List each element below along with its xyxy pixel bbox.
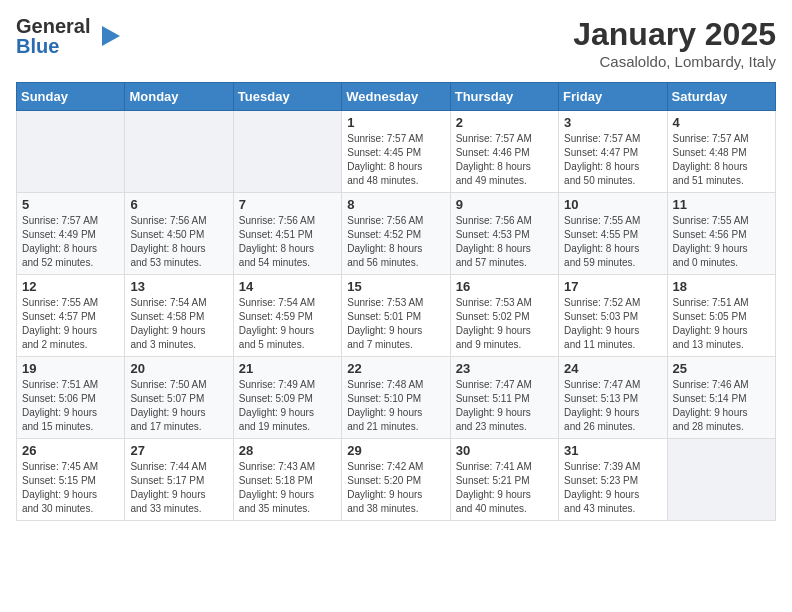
svg-marker-0 xyxy=(102,26,120,46)
weekday-header-sunday: Sunday xyxy=(17,83,125,111)
calendar-cell: 22Sunrise: 7:48 AMSunset: 5:10 PMDayligh… xyxy=(342,357,450,439)
weekday-header-tuesday: Tuesday xyxy=(233,83,341,111)
day-info: Sunrise: 7:56 AMSunset: 4:50 PMDaylight:… xyxy=(130,214,227,270)
day-number: 12 xyxy=(22,279,119,294)
day-number: 7 xyxy=(239,197,336,212)
calendar-cell: 12Sunrise: 7:55 AMSunset: 4:57 PMDayligh… xyxy=(17,275,125,357)
day-info: Sunrise: 7:57 AMSunset: 4:46 PMDaylight:… xyxy=(456,132,553,188)
calendar-week-4: 19Sunrise: 7:51 AMSunset: 5:06 PMDayligh… xyxy=(17,357,776,439)
calendar-cell xyxy=(125,111,233,193)
day-number: 30 xyxy=(456,443,553,458)
calendar-cell: 5Sunrise: 7:57 AMSunset: 4:49 PMDaylight… xyxy=(17,193,125,275)
day-number: 5 xyxy=(22,197,119,212)
calendar-week-2: 5Sunrise: 7:57 AMSunset: 4:49 PMDaylight… xyxy=(17,193,776,275)
day-info: Sunrise: 7:42 AMSunset: 5:20 PMDaylight:… xyxy=(347,460,444,516)
weekday-header-row: SundayMondayTuesdayWednesdayThursdayFrid… xyxy=(17,83,776,111)
calendar-week-3: 12Sunrise: 7:55 AMSunset: 4:57 PMDayligh… xyxy=(17,275,776,357)
day-info: Sunrise: 7:50 AMSunset: 5:07 PMDaylight:… xyxy=(130,378,227,434)
calendar-cell: 15Sunrise: 7:53 AMSunset: 5:01 PMDayligh… xyxy=(342,275,450,357)
calendar-cell xyxy=(17,111,125,193)
calendar-cell: 24Sunrise: 7:47 AMSunset: 5:13 PMDayligh… xyxy=(559,357,667,439)
day-number: 2 xyxy=(456,115,553,130)
day-info: Sunrise: 7:44 AMSunset: 5:17 PMDaylight:… xyxy=(130,460,227,516)
day-number: 8 xyxy=(347,197,444,212)
day-number: 24 xyxy=(564,361,661,376)
day-info: Sunrise: 7:48 AMSunset: 5:10 PMDaylight:… xyxy=(347,378,444,434)
day-number: 31 xyxy=(564,443,661,458)
calendar-cell: 23Sunrise: 7:47 AMSunset: 5:11 PMDayligh… xyxy=(450,357,558,439)
calendar-cell: 11Sunrise: 7:55 AMSunset: 4:56 PMDayligh… xyxy=(667,193,775,275)
day-info: Sunrise: 7:47 AMSunset: 5:13 PMDaylight:… xyxy=(564,378,661,434)
day-info: Sunrise: 7:45 AMSunset: 5:15 PMDaylight:… xyxy=(22,460,119,516)
calendar-cell: 27Sunrise: 7:44 AMSunset: 5:17 PMDayligh… xyxy=(125,439,233,521)
logo-blue: Blue xyxy=(16,36,90,56)
logo: General Blue xyxy=(16,16,120,56)
day-number: 18 xyxy=(673,279,770,294)
day-number: 23 xyxy=(456,361,553,376)
day-info: Sunrise: 7:56 AMSunset: 4:53 PMDaylight:… xyxy=(456,214,553,270)
calendar-cell xyxy=(233,111,341,193)
weekday-header-friday: Friday xyxy=(559,83,667,111)
day-number: 26 xyxy=(22,443,119,458)
calendar-cell: 29Sunrise: 7:42 AMSunset: 5:20 PMDayligh… xyxy=(342,439,450,521)
calendar-cell: 3Sunrise: 7:57 AMSunset: 4:47 PMDaylight… xyxy=(559,111,667,193)
calendar-cell: 18Sunrise: 7:51 AMSunset: 5:05 PMDayligh… xyxy=(667,275,775,357)
day-info: Sunrise: 7:49 AMSunset: 5:09 PMDaylight:… xyxy=(239,378,336,434)
day-info: Sunrise: 7:39 AMSunset: 5:23 PMDaylight:… xyxy=(564,460,661,516)
calendar-cell: 17Sunrise: 7:52 AMSunset: 5:03 PMDayligh… xyxy=(559,275,667,357)
day-info: Sunrise: 7:52 AMSunset: 5:03 PMDaylight:… xyxy=(564,296,661,352)
calendar-cell: 9Sunrise: 7:56 AMSunset: 4:53 PMDaylight… xyxy=(450,193,558,275)
day-info: Sunrise: 7:55 AMSunset: 4:56 PMDaylight:… xyxy=(673,214,770,270)
day-number: 19 xyxy=(22,361,119,376)
calendar-cell: 10Sunrise: 7:55 AMSunset: 4:55 PMDayligh… xyxy=(559,193,667,275)
weekday-header-thursday: Thursday xyxy=(450,83,558,111)
calendar-cell: 30Sunrise: 7:41 AMSunset: 5:21 PMDayligh… xyxy=(450,439,558,521)
title-block: January 2025 Casaloldo, Lombardy, Italy xyxy=(573,16,776,70)
calendar-cell: 28Sunrise: 7:43 AMSunset: 5:18 PMDayligh… xyxy=(233,439,341,521)
day-info: Sunrise: 7:41 AMSunset: 5:21 PMDaylight:… xyxy=(456,460,553,516)
day-info: Sunrise: 7:56 AMSunset: 4:51 PMDaylight:… xyxy=(239,214,336,270)
day-info: Sunrise: 7:46 AMSunset: 5:14 PMDaylight:… xyxy=(673,378,770,434)
calendar-table: SundayMondayTuesdayWednesdayThursdayFrid… xyxy=(16,82,776,521)
day-info: Sunrise: 7:53 AMSunset: 5:02 PMDaylight:… xyxy=(456,296,553,352)
day-number: 16 xyxy=(456,279,553,294)
calendar-cell: 21Sunrise: 7:49 AMSunset: 5:09 PMDayligh… xyxy=(233,357,341,439)
month-title: January 2025 xyxy=(573,16,776,53)
day-number: 25 xyxy=(673,361,770,376)
day-info: Sunrise: 7:57 AMSunset: 4:48 PMDaylight:… xyxy=(673,132,770,188)
day-number: 21 xyxy=(239,361,336,376)
weekday-header-saturday: Saturday xyxy=(667,83,775,111)
day-number: 17 xyxy=(564,279,661,294)
calendar-cell: 25Sunrise: 7:46 AMSunset: 5:14 PMDayligh… xyxy=(667,357,775,439)
day-number: 9 xyxy=(456,197,553,212)
calendar-cell: 14Sunrise: 7:54 AMSunset: 4:59 PMDayligh… xyxy=(233,275,341,357)
day-number: 10 xyxy=(564,197,661,212)
day-number: 11 xyxy=(673,197,770,212)
day-number: 29 xyxy=(347,443,444,458)
calendar-cell: 4Sunrise: 7:57 AMSunset: 4:48 PMDaylight… xyxy=(667,111,775,193)
calendar-cell: 19Sunrise: 7:51 AMSunset: 5:06 PMDayligh… xyxy=(17,357,125,439)
calendar-cell: 8Sunrise: 7:56 AMSunset: 4:52 PMDaylight… xyxy=(342,193,450,275)
day-info: Sunrise: 7:54 AMSunset: 4:58 PMDaylight:… xyxy=(130,296,227,352)
day-number: 20 xyxy=(130,361,227,376)
calendar-cell: 2Sunrise: 7:57 AMSunset: 4:46 PMDaylight… xyxy=(450,111,558,193)
logo-general: General xyxy=(16,16,90,36)
weekday-header-wednesday: Wednesday xyxy=(342,83,450,111)
day-info: Sunrise: 7:43 AMSunset: 5:18 PMDaylight:… xyxy=(239,460,336,516)
calendar-cell: 26Sunrise: 7:45 AMSunset: 5:15 PMDayligh… xyxy=(17,439,125,521)
calendar-week-1: 1Sunrise: 7:57 AMSunset: 4:45 PMDaylight… xyxy=(17,111,776,193)
day-info: Sunrise: 7:55 AMSunset: 4:55 PMDaylight:… xyxy=(564,214,661,270)
day-info: Sunrise: 7:56 AMSunset: 4:52 PMDaylight:… xyxy=(347,214,444,270)
day-number: 22 xyxy=(347,361,444,376)
day-number: 1 xyxy=(347,115,444,130)
day-info: Sunrise: 7:57 AMSunset: 4:45 PMDaylight:… xyxy=(347,132,444,188)
calendar-cell: 1Sunrise: 7:57 AMSunset: 4:45 PMDaylight… xyxy=(342,111,450,193)
weekday-header-monday: Monday xyxy=(125,83,233,111)
day-info: Sunrise: 7:47 AMSunset: 5:11 PMDaylight:… xyxy=(456,378,553,434)
day-number: 15 xyxy=(347,279,444,294)
day-info: Sunrise: 7:54 AMSunset: 4:59 PMDaylight:… xyxy=(239,296,336,352)
day-info: Sunrise: 7:57 AMSunset: 4:47 PMDaylight:… xyxy=(564,132,661,188)
day-number: 6 xyxy=(130,197,227,212)
day-info: Sunrise: 7:57 AMSunset: 4:49 PMDaylight:… xyxy=(22,214,119,270)
calendar-cell xyxy=(667,439,775,521)
